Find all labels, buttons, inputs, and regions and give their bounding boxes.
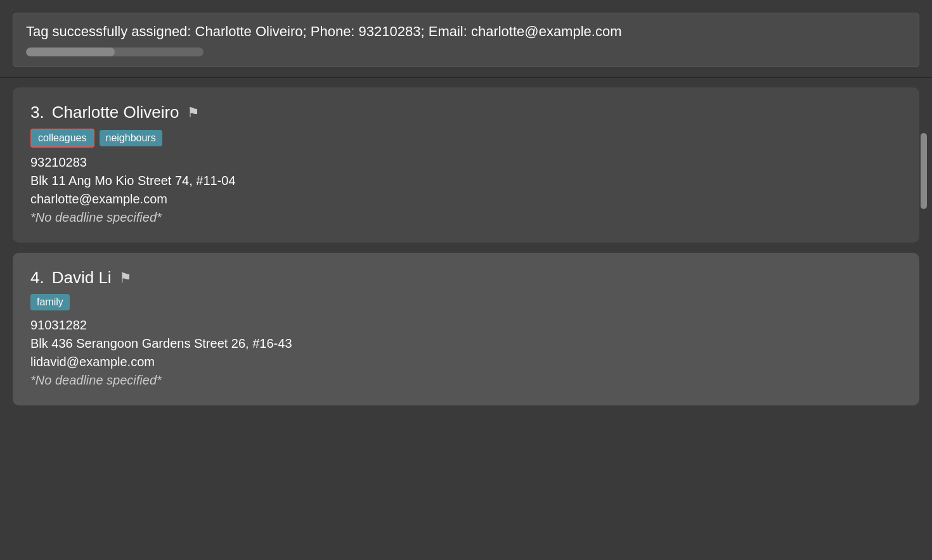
tag-neighbours[interactable]: neighbours <box>100 130 162 146</box>
contact-card-1: 3. Charlotte Oliveiro ⚑ colleagues neigh… <box>13 87 919 243</box>
contact-address-1: Blk 11 Ang Mo Kio Street 74, #11-04 <box>30 174 902 188</box>
contact-header-1: 3. Charlotte Oliveiro ⚑ <box>30 103 902 122</box>
contact-number-2: 4. <box>30 268 44 288</box>
contact-card-2: 4. David Li ⚑ family 91031282 Blk 436 Se… <box>13 253 919 405</box>
contact-phone-2: 91031282 <box>30 318 902 333</box>
tag-family[interactable]: family <box>30 294 70 310</box>
contact-deadline-2: *No deadline specified* <box>30 373 902 388</box>
contact-header-2: 4. David Li ⚑ <box>30 268 902 288</box>
tag-colleagues[interactable]: colleagues <box>30 129 94 148</box>
main-container: Tag successfully assigned: Charlotte Oli… <box>0 0 932 560</box>
tags-row-2: family <box>30 294 902 310</box>
contact-name-1: Charlotte Oliveiro <box>52 103 179 122</box>
notification-text: Tag successfully assigned: Charlotte Oli… <box>26 23 906 40</box>
content-area[interactable]: 3. Charlotte Oliveiro ⚑ colleagues neigh… <box>0 81 932 554</box>
scrollbar-thumb[interactable] <box>921 133 927 209</box>
divider <box>0 77 932 78</box>
contact-address-2: Blk 436 Serangoon Gardens Street 26, #16… <box>30 336 902 351</box>
contact-email-1: charlotte@example.com <box>30 192 902 207</box>
scrollbar-track[interactable] <box>921 133 927 547</box>
progress-bar-container <box>26 48 204 56</box>
flag-icon-2[interactable]: ⚑ <box>119 270 132 286</box>
tags-row-1: colleagues neighbours <box>30 129 902 148</box>
notification-bar: Tag successfully assigned: Charlotte Oli… <box>13 13 919 67</box>
contact-deadline-1: *No deadline specified* <box>30 210 902 225</box>
contact-name-2: David Li <box>52 268 112 288</box>
contact-email-2: lidavid@example.com <box>30 355 902 369</box>
flag-icon-1[interactable]: ⚑ <box>187 105 200 121</box>
contact-phone-1: 93210283 <box>30 155 902 170</box>
contact-number-1: 3. <box>30 103 44 122</box>
progress-bar-fill <box>26 48 115 56</box>
